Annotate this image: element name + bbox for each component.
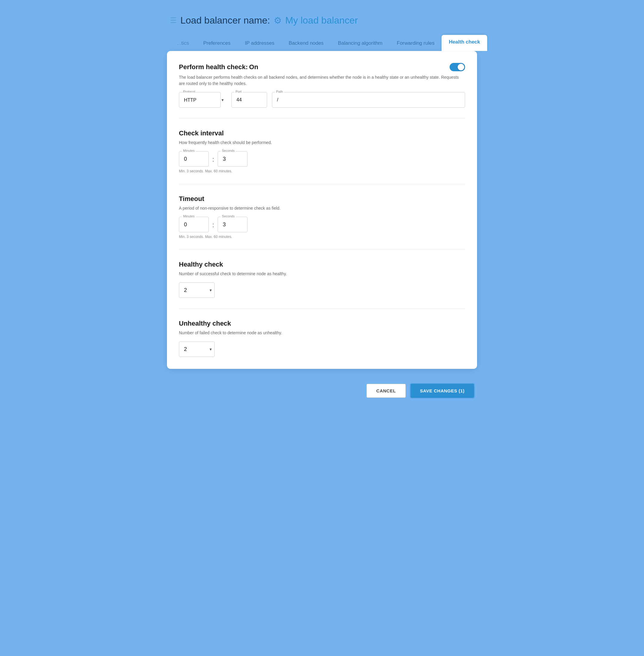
port-field-group: Port [231, 92, 267, 108]
unhealthy-check-select-wrapper: 1 2 3 4 5 ▾ [179, 341, 215, 357]
timeout-description: A period of non-responsive to determine … [179, 205, 465, 211]
timeout-title: Timeout [179, 195, 465, 203]
check-interval-minutes-input[interactable] [179, 151, 209, 167]
check-interval-minutes-label: Minutes [182, 149, 196, 152]
menu-icon: ☰ [170, 16, 177, 25]
footer: CANCEL SAVE CHANGES (1) [167, 378, 477, 404]
perform-health-check-section: Perform health check: On The load balanc… [179, 63, 465, 119]
timeout-seconds-label: Seconds [221, 214, 236, 218]
check-interval-hint: Min. 3 seconds. Max. 60 minutes. [179, 169, 465, 173]
port-input[interactable] [231, 92, 267, 108]
unhealthy-check-title: Unhealthy check [179, 320, 465, 327]
healthy-check-select-wrapper: 1 2 3 4 5 ▾ [179, 282, 215, 298]
port-label: Port [234, 90, 243, 93]
health-check-status: On [249, 63, 258, 71]
check-interval-seconds-label: Seconds [221, 149, 236, 152]
check-interval-seconds-group: Seconds [217, 151, 248, 167]
tab-ip-addresses[interactable]: IP addresses [238, 36, 281, 51]
header-title-static: Load balancer name: [180, 15, 270, 26]
time-separator-2: : [211, 221, 215, 229]
path-field-group: Path [272, 92, 465, 108]
tab-preferences[interactable]: Preferences [196, 36, 238, 51]
timeout-minutes-group: Minutes [179, 217, 209, 232]
protocol-select-wrapper: HTTP HTTPS TCP ▾ [179, 92, 227, 108]
save-changes-button[interactable]: SAVE CHANGES (1) [411, 384, 474, 398]
check-interval-seconds-input[interactable] [217, 151, 248, 167]
gear-icon: ⚙ [274, 15, 282, 26]
check-interval-minutes-group: Minutes [179, 151, 209, 167]
unhealthy-check-select[interactable]: 1 2 3 4 5 [179, 341, 215, 357]
unhealthy-check-description: Number of failed check to determine node… [179, 330, 465, 336]
time-separator-1: : [211, 156, 215, 163]
check-interval-section: Check interval How frequently health che… [179, 130, 465, 184]
tab-forwarding-rules[interactable]: Forwarding rules [390, 36, 442, 51]
header: ☰ Load balancer name: ⚙ My load balancer [167, 15, 477, 26]
health-check-header-row: Perform health check: On [179, 63, 465, 71]
check-interval-time-row: Minutes : Seconds [179, 151, 465, 167]
health-check-description: The load balancer performs health checks… [179, 74, 465, 87]
timeout-time-row: Minutes : Seconds [179, 217, 465, 232]
tab-tics[interactable]: ...tics [170, 36, 196, 51]
healthy-check-title: Healthy check [179, 261, 465, 268]
healthy-check-select[interactable]: 1 2 3 4 5 [179, 282, 215, 298]
path-label: Path [275, 90, 284, 93]
main-card: Perform health check: On The load balanc… [167, 51, 477, 369]
healthy-check-section: Healthy check Number of successful check… [179, 261, 465, 309]
healthy-check-description: Number of successful check to determine … [179, 271, 465, 277]
timeout-seconds-input[interactable] [217, 217, 248, 232]
health-check-toggle[interactable] [450, 63, 465, 71]
protocol-chevron-icon: ▾ [222, 97, 224, 102]
protocol-field-group: Protocol HTTP HTTPS TCP ▾ [179, 92, 227, 108]
timeout-seconds-group: Seconds [217, 217, 248, 232]
health-check-title-text: Perform health check: [179, 63, 248, 71]
timeout-minutes-input[interactable] [179, 217, 209, 232]
tab-backend-nodes[interactable]: Backend nodes [281, 36, 331, 51]
cancel-button[interactable]: CANCEL [366, 384, 406, 398]
check-interval-description: How frequently health check should be pe… [179, 139, 465, 146]
load-balancer-name-link[interactable]: My load balancer [285, 15, 358, 26]
tab-health-check[interactable]: Health check [441, 35, 487, 51]
tabs: ...tics Preferences IP addresses Backend… [167, 35, 477, 51]
protocol-select[interactable]: HTTP HTTPS TCP [179, 92, 221, 108]
health-check-title: Perform health check: On [179, 63, 258, 71]
check-interval-title: Check interval [179, 130, 465, 137]
timeout-section: Timeout A period of non-responsive to de… [179, 195, 465, 250]
tab-balancing-algorithm[interactable]: Balancing algorithm [331, 36, 389, 51]
timeout-minutes-label: Minutes [182, 214, 196, 218]
unhealthy-check-section: Unhealthy check Number of failed check t… [179, 320, 465, 357]
page-wrapper: ☰ Load balancer name: ⚙ My load balancer… [161, 6, 483, 413]
path-input[interactable] [272, 92, 465, 108]
timeout-hint: Min. 3 seconds. Max. 60 minutes. [179, 235, 465, 239]
health-check-fields-row: Protocol HTTP HTTPS TCP ▾ Port [179, 92, 465, 108]
